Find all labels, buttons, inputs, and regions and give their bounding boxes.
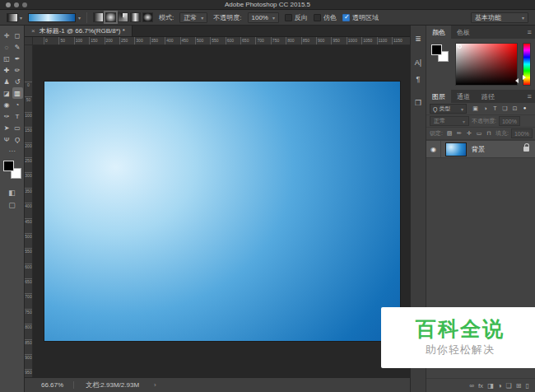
healing-brush-tool[interactable]: ✚: [2, 64, 12, 76]
ruler-origin[interactable]: [25, 37, 33, 44]
title-bar: Adobe Photoshop CC 2015.5: [0, 0, 535, 10]
lock-image-pixels-icon[interactable]: ✏: [455, 130, 463, 137]
color-picker-ring[interactable]: [458, 44, 462, 49]
document-tab[interactable]: × 未标题-1 @ 66.7%(RGB/8*) *: [25, 26, 133, 36]
filter-adjustment-layers-icon[interactable]: ◑: [481, 105, 490, 112]
opacity-label: 不透明度:: [213, 13, 241, 22]
reverse-checkbox[interactable]: 反向: [285, 13, 308, 22]
linear-gradient-button[interactable]: [93, 12, 104, 22]
dodge-tool[interactable]: ◔: [12, 99, 23, 110]
new-group-icon[interactable]: ❏: [506, 382, 512, 390]
foreground-color-swatch[interactable]: [3, 161, 14, 171]
eyedropper-tool[interactable]: ✒: [12, 53, 23, 64]
watermark-subtitle: 助你轻松解决: [426, 343, 495, 357]
layer-filter-toggle[interactable]: ●: [520, 105, 529, 112]
eraser-tool[interactable]: ◪: [2, 87, 12, 99]
delete-layer-icon[interactable]: ▯: [525, 382, 528, 390]
layer-opacity-value[interactable]: 100%: [499, 116, 520, 126]
tool-preset-picker[interactable]: ▾: [7, 13, 22, 22]
lock-transparent-pixels-icon[interactable]: ▨: [445, 130, 454, 137]
minimize-window-button[interactable]: [14, 2, 19, 7]
filter-shape-layers-icon[interactable]: ❏: [500, 105, 509, 112]
tab-color[interactable]: 颜色: [426, 26, 451, 39]
checkbox-label: 透明区域: [352, 13, 379, 22]
screen-mode-button[interactable]: ▢: [8, 201, 16, 209]
filter-smart-objects-icon[interactable]: ⊡: [510, 105, 519, 112]
window-controls: [6, 2, 27, 7]
character-panel-icon[interactable]: A|: [411, 56, 426, 68]
foreground-color-swatch[interactable]: [431, 44, 442, 55]
filter-pixel-layers-icon[interactable]: ▣: [471, 105, 480, 112]
zoom-window-button[interactable]: [22, 2, 27, 7]
reflected-gradient-button[interactable]: [130, 12, 141, 22]
status-options-chevron[interactable]: ›: [139, 381, 156, 389]
gradient-tool[interactable]: ▥: [12, 87, 23, 99]
filter-type-layers-icon[interactable]: T: [491, 105, 500, 112]
layer-style-icon[interactable]: fx: [478, 382, 483, 390]
color-field-arrow: [515, 78, 519, 83]
quick-mask-button[interactable]: ◧: [8, 189, 16, 197]
chevron-down-icon: ▾: [20, 15, 22, 21]
rectangle-tool[interactable]: ▭: [12, 122, 23, 133]
zoom-tool[interactable]: Ϙ: [12, 133, 23, 145]
new-adjustment-layer-icon[interactable]: ◑: [498, 382, 502, 390]
layer-lock-row: 锁定: ▨✏✛▭⊓ 填充: 100%: [426, 128, 535, 140]
lasso-tool[interactable]: ◌: [2, 41, 12, 53]
layer-visibility-eye-icon[interactable]: ◉: [426, 141, 441, 157]
hue-slider[interactable]: [523, 43, 531, 86]
new-layer-icon[interactable]: ⊞: [516, 382, 522, 390]
layers-panel-menu-icon[interactable]: ≡: [528, 90, 535, 103]
tab-layers[interactable]: 图层: [426, 90, 451, 103]
layer-filter-select[interactable]: Ϙ 类型 ▾: [430, 104, 467, 114]
color-panel-menu-icon[interactable]: ≡: [528, 26, 535, 39]
brush-tool[interactable]: ✏: [12, 64, 23, 76]
close-tab-icon[interactable]: ×: [31, 27, 35, 35]
marquee-tool[interactable]: ◻: [12, 30, 23, 41]
fill-value[interactable]: 100%: [511, 128, 533, 138]
lock-all-icon[interactable]: ⊓: [485, 130, 493, 137]
layer-blend-mode-select[interactable]: 正常 ▾: [430, 116, 469, 126]
crop-tool[interactable]: ◱: [2, 53, 12, 64]
hand-tool[interactable]: Ψ: [2, 133, 12, 145]
close-window-button[interactable]: [6, 2, 11, 7]
type-tool[interactable]: T: [12, 110, 23, 122]
radial-gradient-button[interactable]: [105, 12, 116, 22]
history-brush-tool[interactable]: ↺: [12, 76, 23, 87]
angle-gradient-button[interactable]: [118, 12, 128, 22]
document-tab-bar: × 未标题-1 @ 66.7%(RGB/8*) *: [25, 26, 410, 37]
layer-row-background[interactable]: ◉ 背景: [426, 140, 535, 158]
dither-checkbox[interactable]: 仿色: [314, 13, 337, 22]
color-field[interactable]: [455, 43, 518, 86]
layer-thumbnail[interactable]: [445, 142, 467, 156]
clone-stamp-tool[interactable]: ♟: [2, 76, 12, 87]
blend-mode-value: 正常: [184, 13, 197, 22]
left-ruler: 0501001502002503003504004505005506006507…: [25, 45, 33, 377]
checkbox-label: 反向: [295, 13, 308, 22]
zoom-level-field[interactable]: 66.67%: [41, 381, 74, 389]
tab-swatches[interactable]: 色板: [451, 26, 476, 39]
color-swatches: [3, 161, 21, 179]
canvas[interactable]: [44, 82, 400, 341]
lock-position-icon[interactable]: ✛: [465, 130, 473, 137]
add-mask-icon[interactable]: ◨: [487, 382, 494, 390]
tab-paths[interactable]: 路径: [476, 90, 500, 103]
gradient-preview-picker[interactable]: ▾: [28, 13, 81, 22]
transparency-checkbox[interactable]: 透明区域: [342, 13, 379, 22]
lock-artboard-icon[interactable]: ▭: [475, 130, 483, 137]
path-selection-tool[interactable]: ➤: [2, 122, 12, 133]
tab-channels[interactable]: 通道: [451, 90, 476, 103]
pen-tool[interactable]: ✑: [2, 110, 12, 122]
quick-selection-tool[interactable]: ✎: [12, 41, 23, 53]
hue-slider-marker[interactable]: [523, 75, 526, 80]
blur-tool[interactable]: ◉: [2, 99, 12, 110]
blend-mode-select[interactable]: 正常 ▾: [179, 12, 207, 23]
paragraph-panel-icon[interactable]: ¶: [411, 72, 426, 85]
libraries-panel-icon[interactable]: ❐: [411, 96, 426, 109]
diamond-gradient-button[interactable]: [142, 12, 153, 22]
move-tool[interactable]: ✛: [2, 30, 12, 41]
properties-panel-icon[interactable]: ≣: [411, 32, 426, 44]
workspace-select[interactable]: 基本功能 ▾: [471, 12, 528, 23]
edit-toolbar-button[interactable]: ⋯: [9, 147, 16, 155]
opacity-select[interactable]: 100% ▾: [248, 12, 279, 23]
link-layers-icon[interactable]: ∞: [469, 382, 474, 390]
